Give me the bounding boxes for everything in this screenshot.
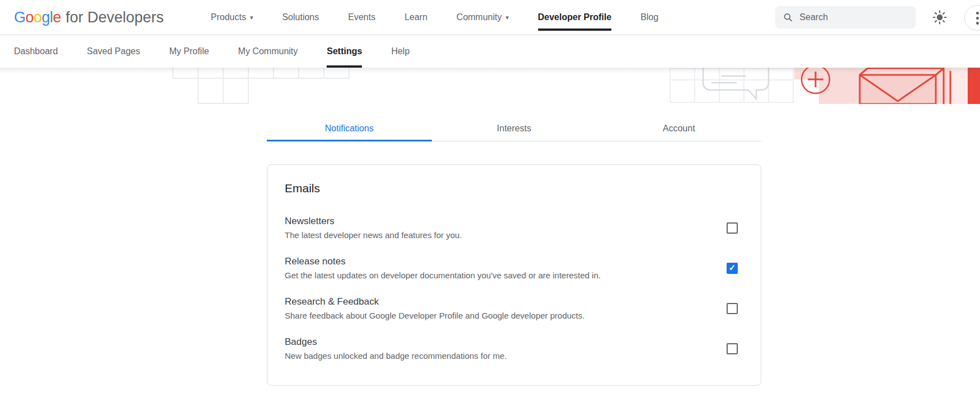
subnav-item-my-profile[interactable]: My Profile	[169, 35, 209, 68]
chevron-down-icon	[506, 14, 509, 21]
nav-item-solutions[interactable]: Solutions	[282, 0, 319, 35]
row-text: Newsletters The latest developer news an…	[285, 216, 462, 240]
subnav-label: Dashboard	[14, 46, 58, 56]
background-grid	[670, 68, 794, 102]
chevron-down-icon	[250, 14, 253, 21]
tab-label: Account	[663, 124, 695, 134]
tab-notifications[interactable]: Notifications	[267, 116, 432, 141]
row-title: Badges	[285, 336, 507, 348]
kebab-dot	[976, 12, 979, 15]
nav-item-developer-profile[interactable]: Developer Profile	[538, 0, 612, 35]
subnav-item-my-community[interactable]: My Community	[238, 35, 298, 68]
logo-letter: g	[42, 9, 50, 26]
nav-item-community[interactable]: Community	[456, 0, 508, 35]
chat-bubble-icon	[703, 68, 769, 99]
keyboard-grid-illustration	[172, 68, 351, 104]
settings-banner	[0, 68, 980, 104]
email-pref-row-release-notes: Release notes Get the latest updates on …	[285, 256, 738, 280]
row-text: Release notes Get the latest updates on …	[285, 256, 601, 280]
logo-suffix: for Developers	[65, 9, 164, 26]
banner-right-illustration	[667, 68, 980, 104]
top-header: Google for Developers Products Solutions…	[0, 0, 980, 35]
row-description: The latest developer news and features f…	[285, 230, 462, 240]
sun-icon	[931, 9, 948, 26]
nav-item-blog[interactable]: Blog	[640, 0, 658, 35]
nav-label: Events	[348, 12, 375, 22]
row-description: Get the latest updates on developer docu…	[285, 271, 601, 280]
logo-letter: o	[34, 9, 42, 26]
nav-item-learn[interactable]: Learn	[404, 0, 427, 35]
subnav-label: Saved Pages	[87, 46, 140, 56]
subnav-item-settings[interactable]: Settings	[327, 35, 362, 68]
row-title: Newsletters	[285, 216, 462, 227]
row-description: Share feedback about Google Developer Pr…	[285, 311, 585, 320]
release-notes-checkbox[interactable]	[727, 263, 738, 274]
row-text: Research & Feedback Share feedback about…	[285, 296, 585, 320]
theme-toggle-button[interactable]	[930, 8, 949, 27]
row-title: Release notes	[285, 256, 601, 267]
row-title: Research & Feedback	[285, 296, 585, 307]
subnav-label: Help	[391, 46, 409, 56]
search-box[interactable]	[775, 6, 916, 29]
nav-label: Products	[211, 12, 246, 22]
search-input[interactable]	[799, 12, 908, 22]
kebab-dot	[976, 17, 979, 20]
subnav-item-help[interactable]: Help	[391, 35, 409, 68]
subnav-item-dashboard[interactable]: Dashboard	[14, 35, 58, 68]
subnav-item-saved-pages[interactable]: Saved Pages	[87, 35, 140, 68]
primary-nav: Products Solutions Events Learn Communit…	[211, 0, 658, 35]
email-pref-row-research-feedback: Research & Feedback Share feedback about…	[285, 296, 738, 320]
tab-label: Notifications	[325, 124, 374, 134]
subnav-label: My Community	[238, 46, 298, 56]
nav-item-products[interactable]: Products	[211, 0, 253, 35]
badges-checkbox[interactable]	[727, 343, 738, 354]
email-pref-row-newsletters: Newsletters The latest developer news an…	[285, 216, 738, 240]
nav-label: Solutions	[282, 12, 319, 22]
logo-letter: o	[26, 9, 34, 26]
emails-card: Emails Newsletters The latest developer …	[267, 164, 761, 386]
nav-label: Community	[456, 12, 502, 22]
nav-label: Learn	[404, 12, 427, 22]
nav-label: Blog	[640, 12, 658, 22]
red-bar	[968, 68, 980, 104]
research-feedback-checkbox[interactable]	[727, 303, 738, 314]
subnav-label: My Profile	[169, 46, 209, 56]
google-for-developers-logo[interactable]: Google for Developers	[14, 9, 164, 26]
nav-item-events[interactable]: Events	[348, 0, 375, 35]
card-title: Emails	[285, 182, 738, 195]
tab-label: Interests	[497, 124, 531, 134]
logo-letter: e	[53, 9, 62, 26]
profile-subnav: Dashboard Saved Pages My Profile My Comm…	[0, 35, 980, 68]
magnifier-icon	[783, 12, 793, 23]
email-pref-row-badges: Badges New badges unlocked and badge rec…	[285, 336, 738, 361]
settings-tabs: Notifications Interests Account	[267, 116, 761, 141]
overflow-menu-button[interactable]	[964, 5, 980, 31]
row-text: Badges New badges unlocked and badge rec…	[285, 336, 507, 361]
tab-interests[interactable]: Interests	[432, 116, 597, 141]
nav-label: Developer Profile	[538, 12, 612, 22]
subnav-label: Settings	[327, 46, 362, 56]
newsletters-checkbox[interactable]	[727, 222, 738, 234]
logo-letter: G	[14, 9, 26, 26]
row-description: New badges unlocked and badge recommenda…	[285, 351, 507, 361]
kebab-dot	[976, 22, 979, 25]
tab-account[interactable]: Account	[596, 116, 761, 141]
